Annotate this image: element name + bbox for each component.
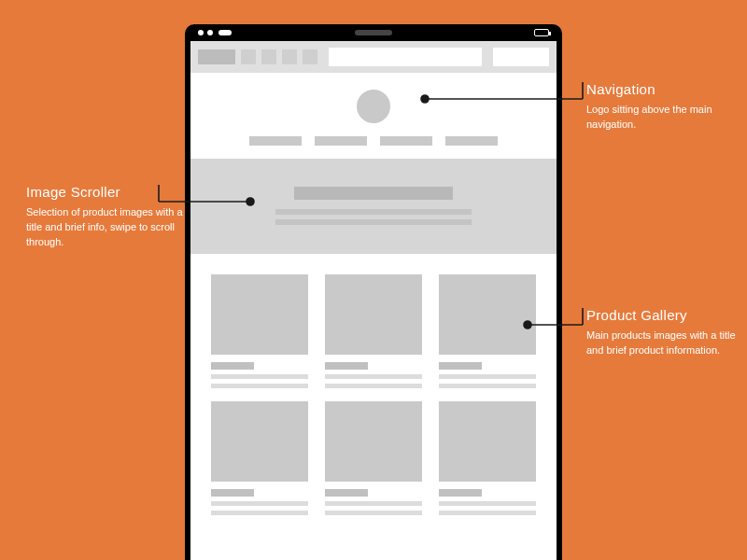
status-pill-icon — [218, 30, 232, 35]
annotation-gallery: Product Gallery Main products images wit… — [586, 307, 745, 358]
logo-placeholder[interactable] — [357, 90, 390, 123]
product-image-placeholder — [439, 401, 536, 482]
nav-links — [190, 136, 557, 146]
product-image-placeholder — [439, 274, 536, 355]
annotation-body: Selection of product images with a title… — [26, 205, 185, 250]
product-title-placeholder — [325, 489, 368, 497]
product-text-line — [325, 501, 422, 506]
address-bar[interactable] — [329, 48, 482, 66]
product-title-placeholder — [439, 362, 482, 370]
product-text-line — [439, 384, 536, 388]
navigation-section — [190, 73, 557, 159]
annotation-body: Main products images with a title and br… — [586, 329, 745, 358]
status-bar — [185, 24, 562, 41]
toolbar-square — [303, 49, 317, 64]
toolbar-button[interactable] — [493, 48, 549, 66]
product-title-placeholder — [325, 362, 368, 370]
annotation-navigation: Navigation Logo sitting above the main n… — [586, 81, 745, 133]
device-frame — [185, 24, 562, 560]
product-title-placeholder — [211, 362, 254, 370]
annotation-scroller: Image Scroller Selection of product imag… — [26, 184, 185, 250]
toolbar-block — [198, 49, 235, 64]
product-text-line — [325, 511, 422, 515]
product-text-line — [325, 374, 422, 379]
product-text-line — [211, 384, 308, 388]
annotation-title: Image Scroller — [26, 184, 185, 200]
product-title-placeholder — [439, 489, 482, 497]
scroller-title-placeholder — [294, 187, 453, 200]
product-gallery-section — [190, 254, 557, 515]
screen — [190, 41, 557, 560]
annotation-title: Navigation — [586, 81, 745, 97]
annotation-body: Logo sitting above the main navigation. — [586, 103, 745, 133]
speaker-icon — [355, 30, 392, 35]
status-dot-icon — [207, 30, 213, 35]
battery-icon — [534, 29, 549, 36]
nav-link[interactable] — [315, 136, 367, 146]
product-text-line — [439, 501, 536, 506]
product-image-placeholder — [325, 274, 422, 355]
product-text-line — [439, 374, 536, 379]
product-text-line — [325, 384, 422, 388]
product-card[interactable] — [439, 401, 536, 515]
product-card[interactable] — [211, 401, 308, 515]
product-image-placeholder — [211, 274, 308, 355]
status-dot-icon — [198, 30, 204, 35]
product-title-placeholder — [211, 489, 254, 497]
product-image-placeholder — [325, 401, 422, 482]
product-text-line — [211, 374, 308, 379]
image-scroller-section[interactable] — [190, 159, 557, 254]
product-text-line — [211, 511, 308, 515]
product-image-placeholder — [211, 401, 308, 482]
product-card[interactable] — [325, 274, 422, 388]
toolbar-square — [241, 49, 256, 64]
product-card[interactable] — [325, 401, 422, 515]
product-text-line — [439, 511, 536, 515]
nav-link[interactable] — [249, 136, 302, 146]
nav-link[interactable] — [380, 136, 432, 146]
annotation-title: Product Gallery — [586, 307, 745, 323]
scroller-text-line — [275, 209, 472, 215]
nav-link[interactable] — [445, 136, 498, 146]
product-card[interactable] — [211, 274, 308, 388]
product-card[interactable] — [439, 274, 536, 388]
browser-toolbar — [190, 41, 557, 73]
toolbar-square — [282, 49, 297, 64]
product-text-line — [211, 501, 308, 506]
scroller-text-line — [275, 219, 472, 225]
toolbar-square — [261, 49, 276, 64]
